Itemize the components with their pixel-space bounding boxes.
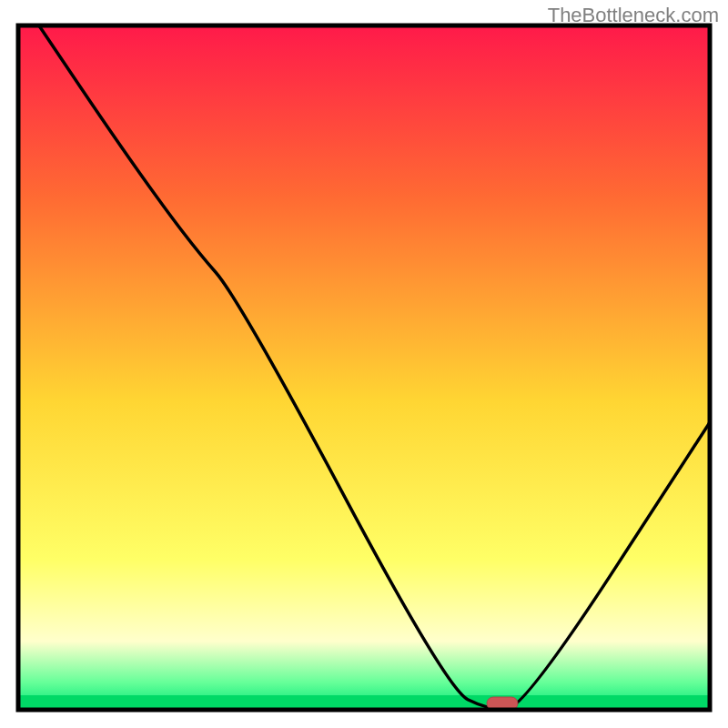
- bottleneck-chart: [0, 0, 728, 728]
- watermark-text: TheBottleneck.com: [548, 4, 719, 27]
- plot-background: [18, 25, 710, 710]
